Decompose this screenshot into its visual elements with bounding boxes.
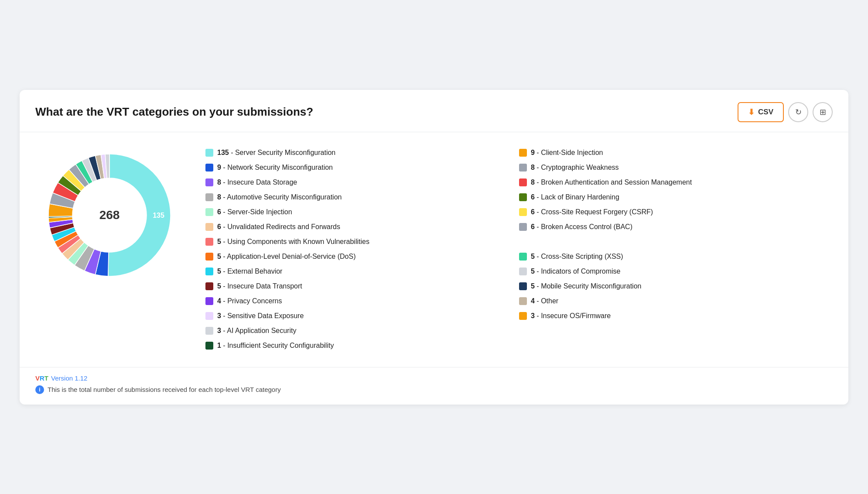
legend-item: 5 - Application-Level Denial-of-Service …: [205, 249, 519, 264]
legend-item: 135 - Server Security Misconfiguration: [205, 145, 519, 160]
legend-text: 135 - Server Security Misconfiguration: [217, 149, 335, 157]
legend-dot: [519, 208, 527, 216]
legend-dot: [205, 223, 213, 231]
footer-info-text: This is the total number of submissions …: [48, 386, 281, 393]
legend-text: 8 - Broken Authentication and Session Ma…: [531, 178, 692, 186]
legend-dot: [205, 164, 213, 172]
vrt-version: Version 1.12: [51, 374, 87, 382]
legend-dot: [205, 193, 213, 201]
legend-text: 3 - Insecure OS/Firmware: [531, 312, 611, 320]
legend-dot: [519, 178, 527, 186]
legend-item: 6 - Broken Access Control (BAC): [519, 220, 833, 234]
legend-item: 3 - Insecure OS/Firmware: [519, 309, 833, 323]
legend-text: 8 - Automotive Security Misconfiguration: [217, 193, 342, 201]
legend-text: 5 - Insecure Data Transport: [217, 282, 302, 290]
legend-text: 4 - Other: [531, 297, 558, 305]
legend-dot: [519, 253, 527, 261]
legend-dot: [519, 312, 527, 320]
info-icon: i: [35, 385, 44, 394]
legend-dot: [519, 223, 527, 231]
svg-text:135: 135: [153, 212, 164, 219]
legend-text: 3 - AI Application Security: [217, 327, 296, 335]
legend-dot: [205, 253, 213, 261]
legend-text: 5 - External Behavior: [217, 268, 282, 275]
csv-label: CSV: [758, 108, 773, 117]
legend-dot: [519, 268, 527, 275]
legend-item: 3 - AI Application Security: [205, 323, 519, 338]
legend-dot: [205, 312, 213, 320]
legend-item: 4 - Other: [519, 294, 833, 309]
legend-text: 5 - Mobile Security Misconfiguration: [531, 282, 641, 290]
filter-button[interactable]: ⊞: [813, 102, 833, 122]
legend-dot: [205, 342, 213, 350]
legend-dot: [205, 238, 213, 246]
legend-text: 6 - Broken Access Control (BAC): [531, 223, 632, 231]
legend-text: 5 - Application-Level Denial-of-Service …: [217, 253, 355, 261]
legend-item: 4 - Privacy Concerns: [205, 294, 519, 309]
legend-item: 8 - Cryptographic Weakness: [519, 160, 833, 175]
legend-text: 9 - Client-Side Injection: [531, 149, 603, 157]
legend-item: 8 - Automotive Security Misconfiguration: [205, 190, 519, 205]
csv-button[interactable]: ⬇ CSV: [738, 102, 784, 122]
legend-item: 8 - Insecure Data Storage: [205, 175, 519, 190]
legend-dot: [205, 208, 213, 216]
refresh-icon: ↻: [795, 107, 802, 117]
legend-text: 4 - Privacy Concerns: [217, 297, 282, 305]
legend-text: 5 - Indicators of Compromise: [531, 268, 620, 275]
legend-item: 6 - Server-Side Injection: [205, 205, 519, 220]
legend-dot: [205, 327, 213, 335]
legend-text: 6 - Cross-Site Request Forgery (CSRF): [531, 208, 653, 216]
legend-item: 5 - Using Components with Known Vulnerab…: [205, 234, 833, 249]
refresh-button[interactable]: ↻: [788, 102, 808, 122]
main-card: What are the VRT categories on your subm…: [20, 90, 848, 405]
legend-item: 5 - External Behavior: [205, 264, 519, 279]
legend-item: 5 - Cross-Site Scripting (XSS): [519, 249, 833, 264]
legend-dot: [519, 297, 527, 305]
legend-item: 5 - Mobile Security Misconfiguration: [519, 279, 833, 294]
legend-item: 1 - Insufficient Security Configurabilit…: [205, 338, 833, 353]
header-actions: ⬇ CSV ↻ ⊞: [738, 102, 833, 122]
legend-text: 6 - Lack of Binary Hardening: [531, 193, 619, 201]
legend-area: 135 - Server Security Misconfiguration9 …: [205, 145, 833, 353]
legend-text: 5 - Cross-Site Scripting (XSS): [531, 253, 623, 261]
legend-dot: [519, 164, 527, 172]
legend-dot: [519, 193, 527, 201]
legend-dot: [519, 282, 527, 290]
legend-item: 9 - Client-Side Injection: [519, 145, 833, 160]
legend-dot: [205, 297, 213, 305]
footer-info: i This is the total number of submission…: [35, 385, 833, 394]
donut-chart: 135 268: [40, 145, 179, 285]
donut-svg: 135: [40, 145, 179, 285]
legend-item: 6 - Cross-Site Request Forgery (CSRF): [519, 205, 833, 220]
legend-dot: [205, 149, 213, 157]
legend-text: 8 - Cryptographic Weakness: [531, 164, 619, 172]
legend-grid: 135 - Server Security Misconfiguration9 …: [205, 145, 833, 353]
legend-text: 8 - Insecure Data Storage: [217, 178, 297, 186]
legend-text: 5 - Using Components with Known Vulnerab…: [217, 238, 369, 246]
vrt-brand: VRT: [35, 374, 48, 382]
legend-dot: [205, 282, 213, 290]
legend-item: 6 - Lack of Binary Hardening: [519, 190, 833, 205]
page-title: What are the VRT categories on your subm…: [35, 105, 313, 119]
legend-item: 9 - Network Security Misconfiguration: [205, 160, 519, 175]
legend-item: 6 - Unvalidated Redirects and Forwards: [205, 220, 519, 234]
legend-dot: [519, 149, 527, 157]
legend-text: 9 - Network Security Misconfiguration: [217, 164, 333, 172]
chart-area: 135 268: [35, 145, 184, 285]
legend-item: 3 - Sensitive Data Exposure: [205, 309, 519, 323]
card-body: 135 268 135 - Server Security Misconfigu…: [20, 132, 848, 367]
legend-item: 8 - Broken Authentication and Session Ma…: [519, 175, 833, 190]
card-header: What are the VRT categories on your subm…: [20, 90, 848, 132]
legend-dot: [205, 178, 213, 186]
legend-text: 6 - Unvalidated Redirects and Forwards: [217, 223, 340, 231]
download-icon: ⬇: [748, 107, 755, 117]
vrt-logo: VRT Version 1.12: [35, 374, 833, 382]
legend-dot: [205, 268, 213, 275]
legend-text: 1 - Insufficient Security Configurabilit…: [217, 342, 334, 350]
legend-text: 3 - Sensitive Data Exposure: [217, 312, 304, 320]
legend-text: 6 - Server-Side Injection: [217, 208, 292, 216]
legend-item: 5 - Indicators of Compromise: [519, 264, 833, 279]
card-footer: VRT Version 1.12 i This is the total num…: [20, 367, 848, 405]
filter-icon: ⊞: [820, 107, 826, 117]
legend-item: 5 - Insecure Data Transport: [205, 279, 519, 294]
